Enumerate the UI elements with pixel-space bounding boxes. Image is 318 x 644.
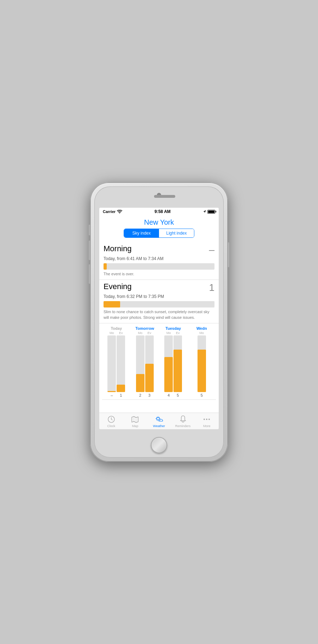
speaker — [154, 195, 175, 198]
tuesday-morning-fill — [164, 357, 173, 392]
morning-score: – — [209, 244, 214, 255]
evening-progress-fill — [104, 301, 120, 307]
app-content[interactable]: New York Sky index Light index Morning –… — [99, 215, 219, 413]
wednesday-morning-wrapper — [198, 335, 206, 392]
morning-progress-bar — [104, 263, 214, 270]
wednesday-morning-value: 5 — [201, 393, 203, 397]
tomorrow-evening-value: 3 — [148, 393, 151, 397]
tomorrow-evening-label: Ev — [147, 331, 151, 335]
evening-description: Slim to none chance to catch sunset, com… — [104, 309, 214, 320]
evening-title: Evening — [104, 282, 132, 291]
tomorrow-morning-wrapper — [136, 335, 145, 392]
clock-icon — [107, 415, 116, 424]
today-evening-bar: Ev 1 — [117, 331, 125, 397]
city-name: New York — [99, 215, 219, 229]
today-morning-bar: Mo – — [107, 331, 116, 397]
tab-map[interactable]: Map — [123, 415, 147, 428]
wednesday-morning-fill — [198, 350, 206, 392]
status-time: 9:58 AM — [154, 209, 171, 214]
screen: Carrier 9:58 AM — [99, 208, 219, 429]
morning-progress-fill — [104, 263, 107, 270]
tab-bar: Clock Map — [99, 413, 219, 429]
battery-fill — [208, 211, 214, 213]
wednesday-bars: Mo 5 — [188, 331, 216, 397]
today-morning-fill — [107, 391, 116, 392]
day-wednesday-label: Wedn — [196, 326, 207, 330]
day-wednesday: Wedn Mo 5 — [188, 326, 216, 397]
chart-divider — [102, 399, 216, 400]
wifi-icon — [117, 210, 122, 214]
tuesday-bars: Mo 4 Ev — [159, 331, 188, 397]
tuesday-morning-wrapper — [164, 335, 173, 392]
tomorrow-bars: Mo 2 Ev — [131, 331, 159, 397]
today-morning-wrapper — [107, 335, 116, 392]
status-left: Carrier — [103, 209, 122, 214]
chart-section: Today Mo – Ev — [99, 323, 219, 400]
segment-light-index[interactable]: Light index — [159, 229, 194, 237]
battery-indicator — [207, 210, 215, 214]
tomorrow-morning-value: 2 — [139, 393, 141, 397]
phone-frame: Carrier 9:58 AM — [90, 182, 228, 462]
tomorrow-evening-wrapper — [145, 335, 154, 392]
svg-point-4 — [208, 419, 210, 420]
today-evening-wrapper — [117, 335, 125, 392]
tab-clock[interactable]: Clock — [99, 415, 123, 428]
day-tuesday: Tuesday Mo 4 Ev — [159, 326, 188, 397]
today-morning-value: – — [111, 393, 113, 397]
more-icon — [202, 415, 211, 424]
status-bar: Carrier 9:58 AM — [99, 208, 219, 215]
morning-header: Morning – — [104, 242, 214, 256]
tab-more[interactable]: More — [195, 415, 219, 428]
map-label: Map — [132, 424, 139, 428]
segment-control[interactable]: Sky index Light index — [124, 229, 194, 238]
morning-section: Morning – Today, from 6:41 AM to 7:34 AM… — [99, 242, 219, 280]
evening-header: Evening 1 — [104, 280, 214, 294]
evening-section: Evening 1 Today, from 6:32 PM to 7:35 PM… — [99, 280, 219, 323]
tuesday-evening-value: 5 — [177, 393, 179, 397]
wednesday-morning-label: Mo — [199, 331, 204, 335]
tuesday-evening-label: Ev — [176, 331, 180, 335]
location-icon — [203, 210, 206, 213]
day-tuesday-label: Tuesday — [165, 326, 181, 330]
tomorrow-evening-fill — [145, 364, 154, 392]
tab-weather[interactable]: Weather — [147, 415, 171, 428]
day-today: Today Mo – Ev — [102, 326, 131, 397]
today-evening-fill — [117, 385, 125, 392]
evening-score: 1 — [209, 282, 214, 293]
map-icon — [131, 415, 139, 424]
today-morning-label: Mo — [110, 331, 114, 335]
morning-description: The event is over. — [104, 271, 214, 277]
svg-point-2 — [204, 419, 205, 420]
morning-time: Today, from 6:41 AM to 7:34 AM — [104, 256, 214, 261]
segment-sky-index[interactable]: Sky index — [124, 229, 159, 237]
morning-title: Morning — [104, 244, 131, 253]
evening-progress-bar — [104, 301, 214, 307]
today-evening-value: 1 — [120, 393, 122, 397]
wednesday-morning-bar: Mo 5 — [198, 331, 206, 397]
volume-down-button[interactable] — [89, 264, 90, 284]
svg-point-3 — [206, 419, 207, 420]
volume-up-button[interactable] — [89, 241, 90, 260]
tuesday-evening-fill — [173, 350, 182, 392]
tomorrow-morning-fill — [136, 374, 145, 392]
power-button[interactable] — [228, 242, 229, 267]
mute-button[interactable] — [89, 225, 90, 235]
status-right — [203, 210, 215, 214]
phone-inner: Carrier 9:58 AM — [94, 186, 224, 458]
carrier-label: Carrier — [103, 209, 116, 214]
day-tomorrow: Tomorrow Mo 2 Ev — [131, 326, 159, 397]
tuesday-evening-bar: Ev 5 — [173, 331, 182, 397]
day-tomorrow-label: Tomorrow — [135, 326, 154, 330]
weather-icon — [155, 415, 163, 424]
home-button[interactable] — [151, 437, 167, 453]
tab-reminders[interactable]: Reminders — [171, 415, 195, 428]
tomorrow-evening-bar: Ev 3 — [145, 331, 154, 397]
bell-icon — [179, 415, 187, 424]
today-evening-label: Ev — [119, 331, 123, 335]
tuesday-morning-label: Mo — [166, 331, 171, 335]
evening-time: Today, from 6:32 PM to 7:35 PM — [104, 294, 214, 299]
reminders-label: Reminders — [175, 424, 191, 428]
more-label: More — [203, 424, 211, 428]
chart-days: Today Mo – Ev — [102, 326, 216, 397]
tuesday-morning-value: 4 — [167, 393, 170, 397]
